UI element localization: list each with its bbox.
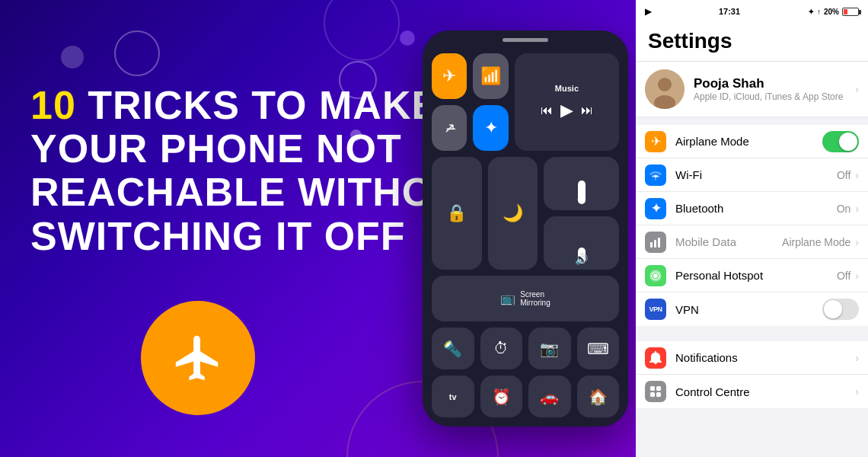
settings-item-control-centre[interactable]: Control Centre › (636, 375, 868, 408)
settings-item-notifications[interactable]: Notifications › (636, 341, 868, 375)
cc-row-2: 🔒 🌙 ☀ 🔊 (432, 157, 619, 270)
profile-info: Pooja Shah Apple ID, iCloud, iTunes & Ap… (694, 76, 855, 102)
vpn-toggle[interactable] (822, 299, 859, 320)
cc-calculator-tile[interactable]: ⌨ (577, 328, 620, 369)
signal-icon: ▶ (645, 7, 651, 17)
airplane-mode-toggle[interactable] (822, 131, 859, 152)
phone-mockup: ✈ 📶 ↗̶ ✦ Music ⏮ (423, 30, 628, 427)
status-right-area: ✦ ↑ 20% (808, 8, 859, 16)
settings-item-vpn[interactable]: VPN VPN (636, 292, 868, 326)
title-line3: REACHABLE WITHOUT (30, 171, 488, 214)
volume-icon: 🔊 (575, 253, 588, 265)
mobile-data-icon (645, 232, 666, 253)
settings-item-bluetooth[interactable]: ✦ Bluetooth On › (636, 192, 868, 225)
vpn-label: VPN (675, 303, 822, 316)
cc-airplane-tile[interactable]: ✈ (432, 53, 467, 99)
screen-mirroring-icon: 📺 (500, 292, 515, 305)
bluetooth-label: Bluetooth (675, 202, 837, 215)
cc-screen-mirroring-tile[interactable]: 📺 ScreenMirroring (432, 276, 619, 321)
cc-bottom-row: 🔦 ⏱ 📷 ⌨ (432, 328, 619, 369)
music-play-icon[interactable]: ▶ (560, 101, 573, 120)
music-rewind-icon[interactable]: ⏮ (541, 104, 553, 117)
cc-brightness-slider[interactable]: ☀ (544, 157, 619, 210)
title-area: 10 TRICKS TO MAKE YOUR PHONE NOT REACHAB… (30, 84, 488, 258)
notifications-icon (645, 347, 666, 369)
cc-appletv-tile[interactable]: tv (432, 376, 474, 417)
hotspot-value: Off (837, 270, 850, 282)
cc-wifi-icon: 📶 (480, 68, 501, 85)
cc-bluetooth-tile[interactable]: ✦ (473, 105, 508, 151)
svg-rect-8 (656, 386, 661, 391)
cc-moon-icon: 🌙 (503, 205, 523, 222)
ios-status-bar: ▶ 17:31 ✦ ↑ 20% (636, 0, 868, 23)
deco-circle-1 (114, 30, 160, 76)
control-centre-chevron: › (855, 385, 859, 398)
profile-subtitle: Apple ID, iCloud, iTunes & App Store (694, 91, 855, 102)
screen-mirroring-label: ScreenMirroring (520, 290, 550, 307)
notifications-label: Notifications (675, 351, 855, 364)
title-line4: SWITCHING IT OFF (30, 215, 488, 258)
wifi-chevron: › (855, 169, 859, 181)
profile-chevron: › (855, 83, 859, 95)
music-controls: ⏮ ▶ ⏭ (541, 101, 593, 120)
cc-bluetooth-icon: ✦ (484, 120, 498, 136)
hotspot-chevron: › (855, 270, 859, 282)
airplane-circle (141, 301, 255, 415)
cc-volume-slider[interactable]: 🔊 (544, 216, 619, 270)
settings-item-wifi[interactable]: Wi-Fi Off › (636, 158, 868, 192)
control-centre-label: Control Centre (675, 385, 855, 398)
car-icon: 🚗 (540, 388, 559, 406)
cc-very-bottom-row: tv ⏰ 🚗 🏠 (432, 376, 619, 417)
avatar-image (645, 69, 685, 109)
mobile-data-value: Airplane Mode (782, 236, 850, 248)
cc-torch-tile[interactable]: 🔦 (432, 328, 474, 369)
svg-rect-5 (658, 238, 660, 248)
cc-rotate-tile[interactable]: 🔒 (432, 157, 482, 270)
profile-row[interactable]: Pooja Shah Apple ID, iCloud, iTunes & Ap… (636, 62, 868, 117)
hotspot-label: Personal Hotspot (675, 269, 837, 282)
cc-camera-tile[interactable]: 📷 (528, 328, 571, 369)
svg-rect-3 (650, 242, 653, 248)
cc-timer-tile[interactable]: ⏱ (480, 328, 523, 369)
cc-moon-tile[interactable]: 🌙 (488, 157, 538, 270)
battery-icon (842, 8, 859, 16)
cc-dnd-tile[interactable]: ↗̶ (432, 105, 467, 151)
svg-rect-9 (650, 392, 655, 397)
cc-sliders: ☀ 🔊 (544, 157, 619, 270)
cc-car-tile[interactable]: 🚗 (528, 376, 571, 417)
home-icon: 🏠 (589, 388, 608, 406)
deco-circle-3 (324, 0, 400, 61)
cc-row-1: ✈ 📶 ↗̶ ✦ Music ⏮ (432, 53, 619, 151)
svg-rect-4 (654, 240, 656, 248)
phone-handle (503, 38, 548, 42)
cc-dnd-icon: ↗̶ (444, 121, 455, 135)
settings-section-1: ✈ Airplane Mode Wi-Fi Off › ✦ (636, 125, 868, 326)
control-centre-icon (645, 381, 666, 402)
cc-rotate-icon: 🔒 (446, 205, 467, 222)
torch-icon: 🔦 (443, 340, 462, 358)
mobile-data-label: Mobile Data (675, 235, 782, 248)
camera-icon: 📷 (540, 340, 559, 358)
bluetooth-status-icon: ✦ (808, 8, 814, 16)
brightness-icon: ☀ (576, 193, 586, 206)
control-center: ✈ 📶 ↗̶ ✦ Music ⏮ (423, 30, 628, 427)
settings-item-hotspot[interactable]: Personal Hotspot Off › (636, 259, 868, 292)
wifi-label: Wi-Fi (675, 168, 837, 181)
settings-section-2: Notifications › Control Centre › (636, 341, 868, 408)
settings-item-airplane[interactable]: ✈ Airplane Mode (636, 125, 868, 158)
music-forward-icon[interactable]: ⏭ (581, 104, 593, 117)
cc-home-tile[interactable]: 🏠 (577, 376, 620, 417)
settings-item-mobile-data[interactable]: Mobile Data Airplane Mode › (636, 225, 868, 259)
profile-name: Pooja Shah (694, 76, 855, 91)
wifi-value: Off (837, 169, 850, 181)
airplane-icon (171, 331, 225, 385)
cc-music-tile[interactable]: Music ⏮ ▶ ⏭ (515, 53, 619, 151)
cc-alarm-tile[interactable]: ⏰ (480, 376, 523, 417)
bluetooth-value: On (837, 203, 851, 215)
calculator-icon: ⌨ (587, 340, 609, 358)
svg-point-6 (653, 273, 658, 278)
cc-grid-top: ✈ 📶 ↗̶ ✦ (432, 53, 509, 151)
music-label: Music (555, 84, 579, 93)
title-line2: YOUR PHONE NOT (30, 127, 488, 171)
cc-wifi-tile[interactable]: 📶 (473, 53, 508, 99)
